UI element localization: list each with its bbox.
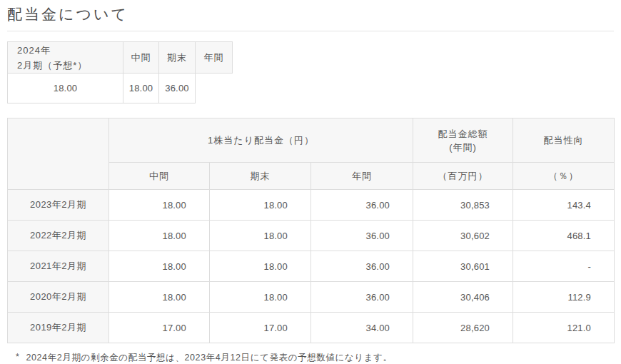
forecast-period-term: 2月期（予想*）	[17, 60, 87, 71]
cell-payout: 143.4	[513, 190, 615, 221]
row-label: 2019年2月期	[8, 313, 109, 343]
row-label: 2021年2月期	[8, 251, 109, 282]
forecast-value-row: 18.00 18.00 36.00	[8, 74, 233, 103]
cell-payout: 468.1	[513, 221, 615, 251]
header-payout-ratio: 配当性向	[513, 118, 615, 163]
cell-yearend: 18.00	[210, 251, 311, 282]
forecast-value-yearend: 18.00	[123, 74, 159, 103]
footnote: * 2024年2月期の剰余金の配当予想は、2023年4月12日にて発表の予想数値…	[7, 352, 614, 364]
cell-yearend: 17.00	[210, 313, 311, 343]
subheader-yearend: 期末	[210, 163, 311, 190]
table-row-2023: 2023年2月期 18.00 18.00 36.00 30,853 143.4	[8, 190, 615, 221]
cell-annual: 36.00	[311, 282, 413, 313]
cell-interim: 18.00	[109, 190, 210, 221]
forecast-value-interim: 18.00	[8, 74, 123, 103]
forecast-table: 2024年 2月期（予想*） 中間 期末 年間 18.00 18.00 36.0…	[7, 41, 233, 103]
title-divider	[7, 31, 614, 31]
footnote-text: 2024年2月期の剰余金の配当予想は、2023年4月12日にて発表の予想数値にな…	[26, 352, 392, 364]
cell-annual: 36.00	[311, 251, 413, 282]
cell-interim: 17.00	[109, 313, 210, 343]
cell-total: 30,853	[413, 190, 513, 221]
cell-interim: 18.00	[109, 282, 210, 313]
cell-total: 28,620	[413, 313, 513, 343]
cell-yearend: 18.00	[210, 282, 311, 313]
row-label: 2020年2月期	[8, 282, 109, 313]
table-corner-cell	[8, 118, 109, 190]
cell-total: 30,406	[413, 282, 513, 313]
subheader-annual: 年間	[311, 163, 413, 190]
forecast-period-year: 2024年	[17, 45, 51, 56]
forecast-value-annual: 36.00	[159, 74, 196, 103]
row-label: 2022年2月期	[8, 221, 109, 251]
dividend-page: 配当金について 2024年 2月期（予想*） 中間 期末 年間 18.00 18…	[0, 4, 621, 364]
header-total-dividend-line1: 配当金総額	[438, 128, 488, 139]
table-row-2020: 2020年2月期 18.00 18.00 36.00 30,406 112.9	[8, 282, 615, 313]
cell-interim: 18.00	[109, 251, 210, 282]
header-total-dividend: 配当金総額 (年間)	[413, 118, 513, 163]
cell-total: 30,601	[413, 251, 513, 282]
subheader-total-unit: （百万円）	[413, 163, 513, 190]
dividend-history-table: 1株当たり配当金（円） 配当金総額 (年間) 配当性向 中間 期末 年間 （百万…	[7, 118, 615, 343]
page-title: 配当金について	[7, 4, 614, 24]
header-per-share-dividend: 1株当たり配当金（円）	[109, 118, 413, 163]
forecast-period-label: 2024年 2月期（予想*）	[8, 42, 123, 74]
forecast-header-yearend: 期末	[159, 42, 196, 74]
table-row-2022: 2022年2月期 18.00 18.00 36.00 30,602 468.1	[8, 221, 615, 251]
cell-payout: 121.0	[513, 313, 615, 343]
footnote-asterisk: *	[16, 352, 19, 364]
forecast-header-interim: 中間	[123, 42, 159, 74]
table-row-2019: 2019年2月期 17.00 17.00 34.00 28,620 121.0	[8, 313, 615, 343]
cell-annual: 36.00	[311, 190, 413, 221]
cell-interim: 18.00	[109, 221, 210, 251]
cell-annual: 34.00	[311, 313, 413, 343]
header-total-dividend-line2: (年間)	[449, 142, 477, 153]
cell-yearend: 18.00	[210, 221, 311, 251]
cell-payout: 112.9	[513, 282, 615, 313]
subheader-payout-unit: （％）	[513, 163, 615, 190]
table-row-2021: 2021年2月期 18.00 18.00 36.00 30,601 -	[8, 251, 615, 282]
cell-yearend: 18.00	[210, 190, 311, 221]
subheader-interim: 中間	[109, 163, 210, 190]
cell-annual: 36.00	[311, 221, 413, 251]
row-label: 2023年2月期	[8, 190, 109, 221]
forecast-header-annual: 年間	[196, 42, 233, 74]
cell-total: 30,602	[413, 221, 513, 251]
cell-payout: -	[513, 251, 615, 282]
